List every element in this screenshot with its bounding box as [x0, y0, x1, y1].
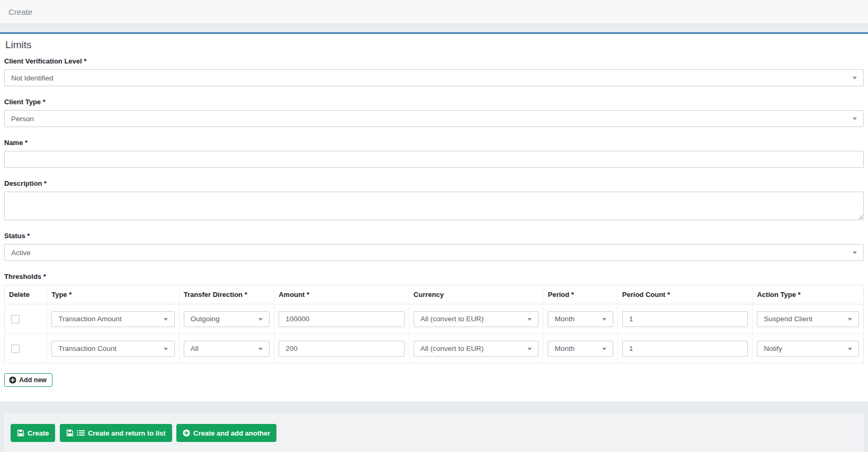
- selected-value: Month: [554, 345, 575, 352]
- delete-checkbox[interactable]: [11, 345, 20, 353]
- page-background-strip: [0, 24, 868, 32]
- page-title: Create: [8, 7, 32, 16]
- create-and-add-another-button[interactable]: Create and add another: [176, 424, 276, 442]
- create-and-return-button[interactable]: Create and return to list: [60, 424, 172, 442]
- footer: Create Create and return to list Create …: [0, 413, 868, 452]
- create-button[interactable]: Create: [11, 424, 55, 442]
- selected-value: All: [191, 345, 199, 352]
- chevron-down-icon: [848, 348, 852, 350]
- chevron-down-icon: [258, 348, 263, 350]
- column-header-period: Period *: [543, 285, 618, 304]
- selected-value: Transaction Count: [58, 345, 117, 352]
- column-header-delete: Delete: [5, 285, 47, 304]
- type-select[interactable]: Transaction Amount: [51, 311, 175, 327]
- footer-actions-panel: Create Create and return to list Create …: [4, 413, 864, 452]
- selected-value: Outgoing: [191, 315, 220, 323]
- column-header-transfer-direction: Transfer Direction *: [179, 285, 274, 304]
- action-type-select[interactable]: Suspend Client: [757, 311, 859, 327]
- chevron-down-icon: [602, 348, 606, 350]
- page-header: Create: [0, 0, 868, 24]
- thresholds-label: Thresholds *: [4, 273, 864, 281]
- save-icon: [17, 429, 24, 437]
- selected-value: Transaction Amount: [58, 315, 122, 323]
- selected-value: Suspend Client: [764, 315, 812, 323]
- period-count-input[interactable]: [622, 311, 748, 327]
- add-new-label: Add new: [19, 376, 47, 384]
- selected-value: All (convert to EUR): [420, 315, 484, 323]
- status-select[interactable]: Active: [4, 244, 864, 261]
- thresholds-header-row: Delete Type * Transfer Direction * Amoun…: [5, 285, 864, 304]
- transfer-direction-select[interactable]: All: [184, 341, 270, 357]
- client-verification-level-label: Client Verification Level *: [4, 57, 864, 66]
- form-panel: Limits Client Verification Level * Not I…: [0, 34, 868, 402]
- field-name: Name *: [4, 139, 864, 168]
- status-label: Status *: [4, 232, 864, 240]
- field-status: Status * Active: [4, 232, 864, 261]
- chevron-down-icon: [527, 318, 532, 321]
- column-header-period-count: Period Count *: [618, 285, 753, 304]
- transfer-direction-select[interactable]: Outgoing: [184, 311, 270, 327]
- field-description: Description *: [4, 179, 864, 220]
- field-thresholds: Thresholds * Delete Type * Transfer Dire…: [4, 273, 864, 387]
- action-type-select[interactable]: Notify: [757, 341, 859, 357]
- selected-value: Not Identified: [11, 74, 53, 82]
- save-icon: [66, 429, 74, 437]
- threshold-row: Transaction Count All All (convert: [5, 334, 864, 364]
- chevron-down-icon: [527, 348, 532, 350]
- column-header-type: Type *: [47, 285, 180, 304]
- column-header-amount: Amount *: [274, 285, 409, 304]
- client-type-select[interactable]: Person: [4, 110, 864, 127]
- delete-checkbox[interactable]: [11, 315, 20, 323]
- plus-circle-icon: [9, 376, 16, 384]
- section-title: Limits: [5, 39, 863, 51]
- chevron-down-icon: [258, 318, 263, 321]
- selected-value: Person: [11, 115, 34, 123]
- period-select[interactable]: Month: [548, 311, 613, 327]
- field-client-type: Client Type * Person: [4, 98, 864, 127]
- selected-value: All (convert to EUR): [420, 345, 484, 352]
- threshold-row: Transaction Amount Outgoing All (co: [5, 304, 864, 334]
- selected-value: Notify: [764, 345, 782, 352]
- page-background-strip: [0, 402, 868, 413]
- chevron-down-icon: [853, 251, 857, 254]
- column-header-currency: Currency: [409, 285, 543, 304]
- add-new-button[interactable]: Add new: [4, 373, 52, 387]
- chevron-down-icon: [164, 318, 168, 321]
- chevron-down-icon: [848, 318, 852, 321]
- plus-circle-icon: [183, 429, 190, 437]
- currency-select[interactable]: All (convert to EUR): [414, 311, 539, 327]
- chevron-down-icon: [853, 117, 857, 120]
- type-select[interactable]: Transaction Count: [51, 341, 175, 357]
- amount-input[interactable]: [279, 341, 405, 357]
- name-input[interactable]: [4, 151, 864, 168]
- column-header-action-type: Action Type *: [753, 285, 864, 304]
- list-icon: [77, 430, 85, 436]
- chevron-down-icon: [602, 318, 606, 321]
- description-textarea[interactable]: [4, 192, 864, 220]
- field-client-verification-level: Client Verification Level * Not Identifi…: [4, 57, 864, 86]
- chevron-down-icon: [853, 77, 857, 79]
- create-label: Create: [28, 429, 49, 437]
- client-verification-level-select[interactable]: Not Identified: [4, 69, 864, 86]
- description-label: Description *: [4, 179, 864, 188]
- create-and-add-another-label: Create and add another: [193, 429, 270, 437]
- name-label: Name *: [4, 139, 864, 147]
- thresholds-table: Delete Type * Transfer Direction * Amoun…: [4, 285, 864, 364]
- selected-value: Month: [554, 315, 575, 323]
- currency-select[interactable]: All (convert to EUR): [414, 341, 539, 357]
- create-and-return-label: Create and return to list: [88, 429, 166, 437]
- period-select[interactable]: Month: [548, 341, 613, 357]
- selected-value: Active: [11, 249, 31, 257]
- amount-input[interactable]: [279, 311, 405, 327]
- chevron-down-icon: [164, 348, 168, 350]
- client-type-label: Client Type *: [4, 98, 864, 106]
- period-count-input[interactable]: [622, 341, 748, 357]
